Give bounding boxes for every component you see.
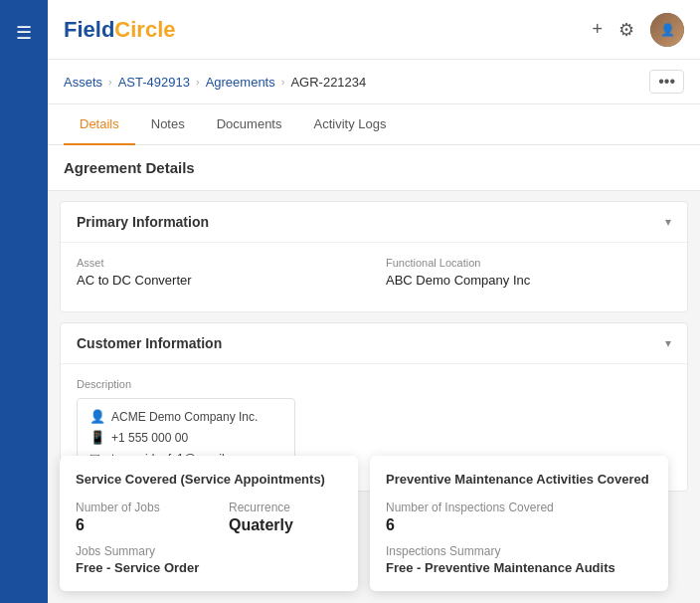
service-covered-stats: Number of Jobs 6 Recurrence Quaterly xyxy=(76,501,342,544)
breadcrumb-sep-1: › xyxy=(108,76,112,88)
more-options-button[interactable]: ••• xyxy=(649,70,684,94)
asset-label: Asset xyxy=(77,257,362,269)
add-icon[interactable]: + xyxy=(592,19,603,40)
inspections-summary-label: Inspections Summary xyxy=(386,544,652,558)
tab-details[interactable]: Details xyxy=(64,104,135,145)
inspections-summary-value: Free - Preventive Maintenance Audits xyxy=(386,560,652,575)
customer-info-chevron-icon[interactable]: ▾ xyxy=(665,336,671,350)
primary-info-title: Primary Information xyxy=(77,214,209,230)
breadcrumb-assets[interactable]: Assets xyxy=(64,75,102,90)
jobs-summary-value: Free - Service Order xyxy=(76,560,342,575)
preventive-title: Preventive Maintenance Activities Covere… xyxy=(386,472,652,487)
recurrence-label: Recurrence xyxy=(229,501,342,514)
sidebar: ☰ xyxy=(0,0,48,603)
inspections-summary-section: Inspections Summary Free - Preventive Ma… xyxy=(386,544,652,575)
phone-icon: 📱 xyxy=(89,430,103,445)
overlay-cards: Service Covered (Service Appointments) N… xyxy=(48,456,700,603)
tab-activity-logs[interactable]: Activity Logs xyxy=(297,104,402,145)
logo-circle-text: Circle xyxy=(114,17,175,42)
agreement-details-header: Agreement Details xyxy=(48,145,700,191)
customer-info-card-header: Customer Information ▾ xyxy=(61,323,687,364)
main-panel: FieldCircle + ⚙ 👤 Assets › AST-492913 › … xyxy=(48,0,700,603)
inspections-section: Number of Inspections Covered 6 xyxy=(386,501,652,534)
preventive-maintenance-card: Preventive Maintenance Activities Covere… xyxy=(370,456,668,591)
logo-field-text: Field xyxy=(64,17,114,42)
breadcrumb-asset-id[interactable]: AST-492913 xyxy=(118,75,190,90)
app-header: FieldCircle + ⚙ 👤 xyxy=(48,0,700,60)
functional-location-value: ABC Demo Company Inc xyxy=(386,273,671,288)
tab-documents[interactable]: Documents xyxy=(201,104,298,145)
primary-info-card-header: Primary Information ▾ xyxy=(61,202,687,243)
primary-info-fields: Asset AC to DC Converter Functional Loca… xyxy=(77,257,671,288)
description-label: Description xyxy=(77,378,671,390)
jobs-summary-section: Jobs Summary Free - Service Order xyxy=(76,544,342,575)
customer-company: ACME Demo Company Inc. xyxy=(111,410,258,424)
jobs-col: Number of Jobs 6 xyxy=(76,501,189,544)
asset-field: Asset AC to DC Converter xyxy=(77,257,362,288)
settings-icon[interactable]: ⚙ xyxy=(618,19,634,41)
recurrence-value: Quaterly xyxy=(229,516,342,534)
functional-location-field: Functional Location ABC Demo Company Inc xyxy=(386,257,671,288)
user-avatar[interactable]: 👤 xyxy=(650,13,684,47)
breadcrumb-current: AGR-221234 xyxy=(290,75,366,90)
breadcrumb-bar: Assets › AST-492913 › Agreements › AGR-2… xyxy=(48,60,700,104)
primary-information-card: Primary Information ▾ Asset AC to DC Con… xyxy=(60,201,688,312)
breadcrumb-agreements[interactable]: Agreements xyxy=(206,75,275,90)
recurrence-col: Recurrence Quaterly xyxy=(229,501,342,544)
service-covered-title: Service Covered (Service Appointments) xyxy=(76,472,342,487)
logo: FieldCircle xyxy=(64,17,176,43)
tab-notes[interactable]: Notes xyxy=(135,104,201,145)
primary-info-body: Asset AC to DC Converter Functional Loca… xyxy=(61,243,687,311)
service-covered-card: Service Covered (Service Appointments) N… xyxy=(60,456,358,591)
customer-info-title: Customer Information xyxy=(77,335,222,351)
asset-value: AC to DC Converter xyxy=(77,273,362,288)
breadcrumb-sep-3: › xyxy=(281,76,285,88)
functional-location-label: Functional Location xyxy=(386,257,671,269)
inspections-value: 6 xyxy=(386,516,652,534)
primary-info-chevron-icon[interactable]: ▾ xyxy=(665,215,671,229)
jobs-summary-label: Jobs Summary xyxy=(76,544,342,558)
breadcrumb-sep-2: › xyxy=(196,76,200,88)
inspections-label: Number of Inspections Covered xyxy=(386,501,652,514)
logo-text: FieldCircle xyxy=(64,17,176,43)
customer-company-item: 👤 ACME Demo Company Inc. xyxy=(89,409,282,424)
content-area: Agreement Details Primary Information ▾ … xyxy=(48,145,700,603)
person-icon: 👤 xyxy=(89,409,103,424)
jobs-label: Number of Jobs xyxy=(76,501,189,514)
customer-phone-item: 📱 +1 555 000 00 xyxy=(89,430,282,445)
tabs-bar: Details Notes Documents Activity Logs xyxy=(48,104,700,145)
customer-phone: +1 555 000 00 xyxy=(111,431,188,445)
menu-icon[interactable]: ☰ xyxy=(8,14,40,52)
jobs-value: 6 xyxy=(76,516,189,534)
avatar-image: 👤 xyxy=(650,13,684,47)
breadcrumb: Assets › AST-492913 › Agreements › AGR-2… xyxy=(64,75,366,90)
header-actions: + ⚙ 👤 xyxy=(592,13,684,47)
